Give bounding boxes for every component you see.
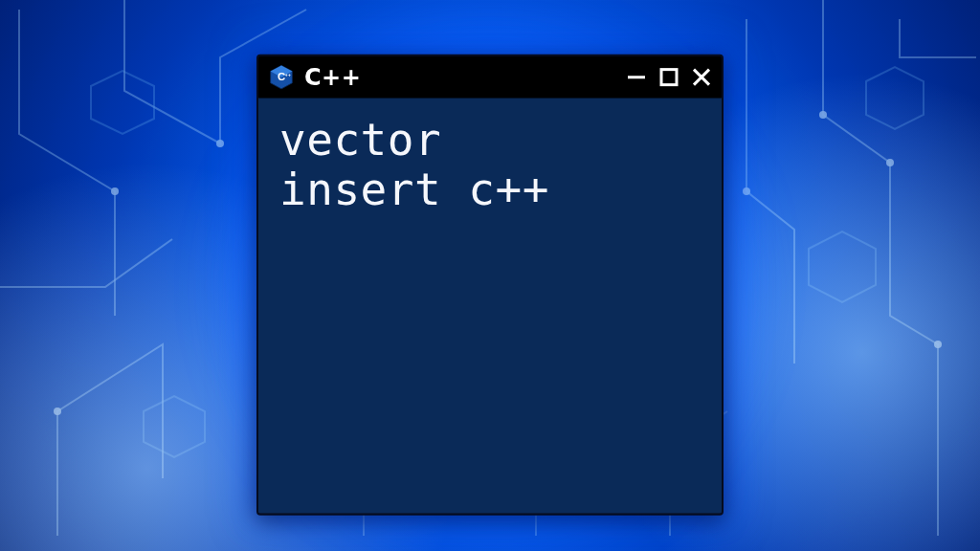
cpp-logo-icon: C + + [268, 64, 295, 91]
titlebar[interactable]: C + + C++ [258, 56, 722, 99]
minimize-button[interactable] [626, 67, 647, 88]
close-button[interactable] [691, 67, 712, 88]
background-stage: C + + C++ [0, 0, 980, 551]
svg-point-4 [111, 187, 119, 195]
svg-marker-0 [866, 67, 924, 129]
window-title: C++ [304, 64, 616, 91]
svg-point-9 [54, 408, 61, 415]
svg-rect-17 [661, 70, 677, 85]
terminal-client-area[interactable]: vector insert c++ [258, 99, 722, 514]
svg-point-8 [743, 187, 750, 195]
svg-marker-3 [144, 396, 205, 457]
window-controls [626, 67, 712, 88]
terminal-window: C + + C++ [256, 55, 724, 516]
svg-point-7 [886, 159, 894, 166]
svg-text:+: + [285, 73, 288, 77]
svg-point-10 [934, 341, 942, 348]
svg-marker-1 [809, 231, 876, 302]
svg-text:C: C [278, 71, 285, 82]
svg-point-5 [216, 140, 224, 147]
svg-point-6 [819, 111, 827, 119]
svg-marker-2 [91, 71, 154, 134]
terminal-content: vector insert c++ [279, 116, 701, 214]
maximize-button[interactable] [658, 67, 679, 88]
svg-text:+: + [288, 73, 291, 77]
